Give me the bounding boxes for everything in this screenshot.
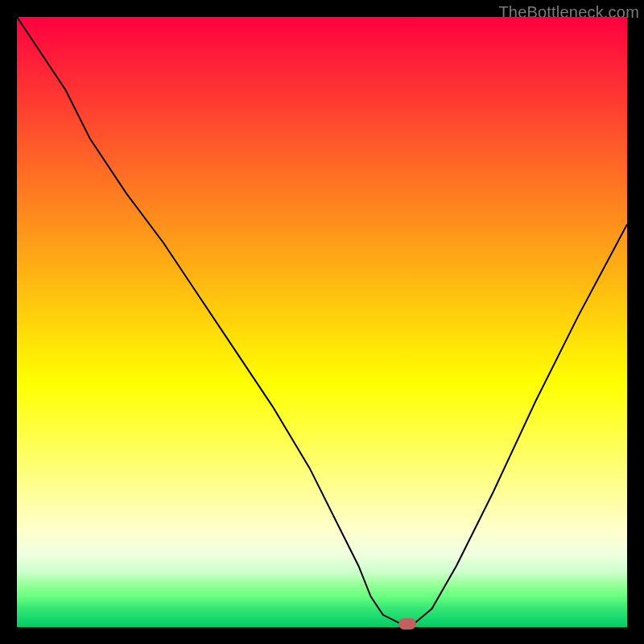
chart-container: TheBottleneck.com: [0, 0, 644, 644]
optimal-marker: [398, 618, 416, 630]
curve-svg: [17, 17, 627, 627]
bottleneck-curve: [17, 17, 627, 624]
plot-area: [17, 17, 627, 627]
